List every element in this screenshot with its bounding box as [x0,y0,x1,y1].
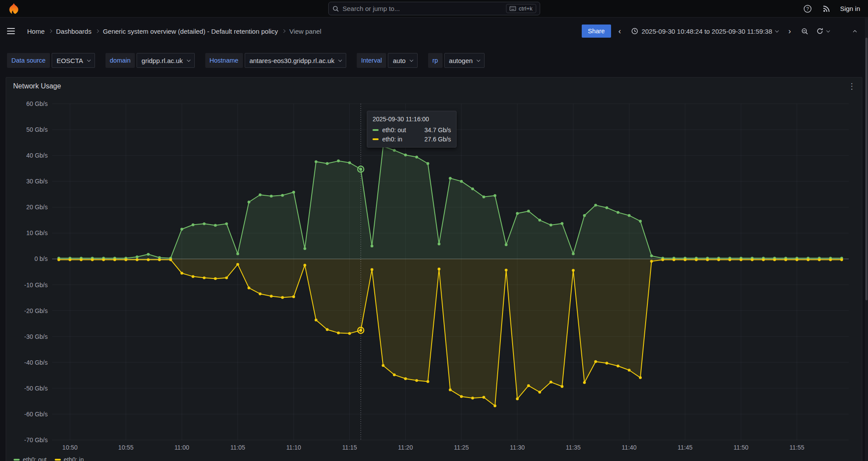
legend-swatch-in [55,459,61,461]
y-tick-label: 40 Gb/s [26,152,48,159]
zoom-out-icon [801,28,808,35]
series-point [69,258,71,261]
search-placeholder: Search or jump to... [343,5,503,12]
variable-value: EOSCTA [56,57,83,64]
breadcrumb: Home Dashboards Generic system overview … [27,28,321,35]
series-point [549,224,552,226]
variable-value: gridpp.rl.ac.uk [141,57,183,64]
chart-tooltip: 2025-09-30 11:16:00 eth0: out 34.7 Gb/s … [367,111,457,148]
variable-interval-picker[interactable]: auto [388,53,417,68]
variable-hostname-picker[interactable]: antares-eos30.gridpp.rl.ac.uk [245,53,346,68]
variable-label: Hostname [205,53,243,68]
series-point [315,160,317,163]
series-point [840,258,843,261]
variable-datasource-picker[interactable]: EOSCTA [52,53,95,68]
legend-item-eth0-out[interactable]: eth0: out [14,456,47,461]
search-input[interactable]: Search or jump to... ctrl+k [328,2,540,15]
series-point [225,276,228,279]
series-point [773,258,776,261]
series-point [426,162,429,165]
panel-menu-button[interactable]: ⋮ [846,81,857,92]
legend-item-eth0-in[interactable]: eth0: in [55,456,84,461]
time-forward-button[interactable]: › [784,25,796,38]
variable-rp-picker[interactable]: autogen [444,53,485,68]
y-tick-label: -60 Gb/s [24,411,48,418]
help-icon: ? [803,4,812,13]
chart-legend: eth0: out eth0: in [6,454,862,461]
series-point [628,369,630,371]
collapse-controls-button[interactable] [849,25,861,38]
news-button[interactable] [822,4,831,14]
time-range-picker[interactable]: 2025-09-30 10:48:24 to 2025-09-30 11:59:… [629,25,781,38]
series-point [169,258,172,261]
series-point [348,161,351,164]
series-point [192,275,194,278]
series-point [516,212,519,215]
variable-value: auto [393,57,405,64]
series-point [516,398,519,400]
series-point [147,258,150,261]
series-point [382,364,384,367]
y-tick-label: 60 Gb/s [26,100,48,107]
timeseries-plot[interactable]: 10:5010:5511:0011:0511:1011:1511:2011:25… [10,95,858,454]
series-point [549,380,552,383]
series-point [471,397,474,399]
zoom-out-button[interactable] [798,25,811,38]
series-point [91,258,94,261]
variable-domain-picker[interactable]: gridpp.rl.ac.uk [137,53,194,68]
series-area-1 [59,259,842,406]
breadcrumb-home[interactable]: Home [27,28,45,35]
series-point [404,377,407,380]
series-point [438,267,440,270]
series-point [695,258,697,261]
x-tick-label: 11:35 [566,444,581,451]
tooltip-row-in: eth0: in 27.6 Gb/s [373,136,451,143]
help-button[interactable]: ? [802,4,813,14]
series-point [80,258,82,261]
y-tick-label: -40 Gb/s [24,359,48,366]
hover-dot [359,329,362,332]
series-point [617,365,619,367]
page-scrollbar[interactable] [865,18,868,461]
tooltip-series-value: 27.6 Gb/s [416,136,451,143]
svg-text:?: ? [806,6,809,11]
scrollbar-thumb[interactable] [865,38,868,300]
y-tick-label: -30 Gb/s [24,333,48,340]
series-point [538,391,541,394]
template-variables-row: Data source EOSCTA domain gridpp.rl.ac.u… [0,52,868,69]
x-tick-label: 10:50 [62,444,77,451]
grafana-logo-icon[interactable] [8,3,20,15]
series-point [639,376,642,379]
series-point [259,292,261,295]
x-tick-label: 11:15 [342,444,357,451]
breadcrumb-dashboard-title[interactable]: Generic system overview (detailed) - Def… [103,28,278,35]
variable-interval: Interval auto [357,53,418,68]
sign-in-link[interactable]: Sign in [840,5,860,12]
breadcrumb-dashboards[interactable]: Dashboards [56,28,91,35]
menu-toggle-button[interactable] [7,25,20,38]
series-point [303,247,306,250]
series-point [404,154,407,156]
x-tick-label: 10:55 [118,444,134,451]
hover-dot [359,168,362,170]
topbar-right-group: ? Sign in [802,4,860,14]
network-usage-chart[interactable]: 10:5010:5511:0011:0511:1011:1511:2011:25… [6,95,862,454]
series-point [326,162,328,165]
refresh-button[interactable] [814,25,832,38]
y-tick-label: -10 Gb/s [24,282,48,289]
share-button[interactable]: Share [582,25,611,38]
search-shortcut-badge: ctrl+k [506,4,536,13]
series-point [315,319,317,321]
series-point [180,228,183,230]
series-point [471,187,474,190]
time-back-button[interactable]: ‹ [614,25,626,38]
series-point [527,384,530,387]
series-point [807,258,809,261]
y-tick-label: -70 Gb/s [24,436,48,443]
variable-domain: domain gridpp.rl.ac.uk [105,53,195,68]
series-point [628,214,630,217]
series-point [818,258,821,261]
chevron-right-icon: › [788,27,791,35]
series-point [236,252,239,255]
series-point [482,195,485,198]
